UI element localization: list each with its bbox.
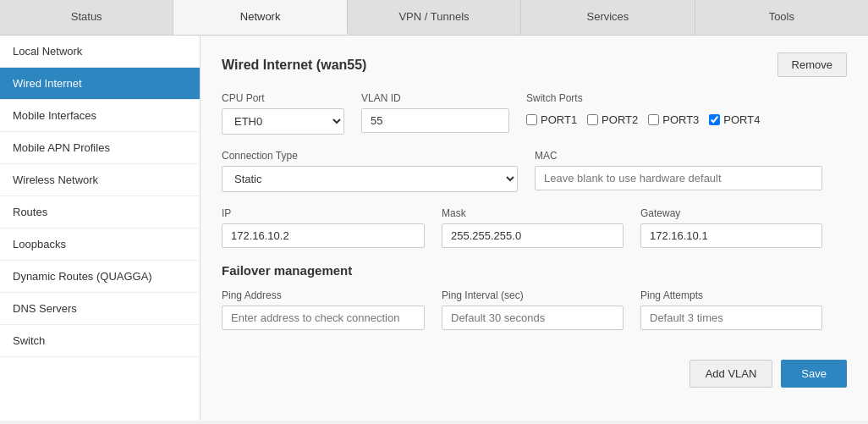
sidebar-item-dynamic-routes[interactable]: Dynamic Routes (QUAGGA) bbox=[0, 261, 200, 293]
ip-label: IP bbox=[222, 207, 425, 219]
row-connection-mac: Connection Type Static DHCP PPPoE MAC bbox=[222, 150, 847, 192]
content-area: Wired Internet (wan55) Remove CPU Port E… bbox=[201, 36, 868, 421]
tab-vpn[interactable]: VPN / Tunnels bbox=[348, 0, 521, 35]
main-layout: Local Network Wired Internet Mobile Inte… bbox=[0, 36, 868, 421]
port2-label: PORT2 bbox=[602, 113, 638, 126]
cpu-port-select[interactable]: ETH0 ETH1 bbox=[222, 108, 344, 135]
mask-input[interactable] bbox=[442, 223, 624, 248]
ping-interval-group: Ping Interval (sec) bbox=[442, 289, 624, 330]
mask-label: Mask bbox=[442, 207, 624, 219]
ping-address-group: Ping Address bbox=[222, 289, 425, 330]
ping-attempts-input[interactable] bbox=[640, 306, 822, 330]
save-button[interactable]: Save bbox=[781, 360, 847, 388]
add-vlan-button[interactable]: Add VLAN bbox=[689, 360, 773, 388]
wired-internet-title: Wired Internet (wan55) bbox=[222, 58, 366, 73]
port4-label: PORT4 bbox=[723, 113, 760, 126]
ping-interval-input[interactable] bbox=[442, 306, 624, 330]
sidebar-item-local-network[interactable]: Local Network bbox=[0, 36, 200, 68]
port2-checkbox[interactable] bbox=[587, 114, 598, 125]
tab-status[interactable]: Status bbox=[0, 0, 173, 35]
sidebar-item-mobile-interfaces[interactable]: Mobile Interfaces bbox=[0, 100, 200, 132]
tab-services[interactable]: Services bbox=[521, 0, 695, 35]
gateway-group: Gateway bbox=[640, 207, 822, 248]
sidebar-item-mobile-apn-profiles[interactable]: Mobile APN Profiles bbox=[0, 132, 200, 164]
ping-interval-label: Ping Interval (sec) bbox=[442, 289, 624, 301]
ip-input[interactable] bbox=[222, 223, 425, 248]
sidebar-item-dns-servers[interactable]: DNS Servers bbox=[0, 293, 200, 325]
switch-ports-label: Switch Ports bbox=[526, 92, 760, 104]
row-ip-mask-gateway: IP Mask Gateway bbox=[222, 207, 847, 248]
ip-group: IP bbox=[222, 207, 425, 248]
ping-attempts-group: Ping Attempts bbox=[640, 289, 822, 330]
ping-address-label: Ping Address bbox=[222, 289, 425, 301]
gateway-input[interactable] bbox=[640, 223, 822, 248]
vlan-id-label: VLAN ID bbox=[361, 92, 509, 104]
port1-item: PORT1 bbox=[526, 113, 577, 126]
top-nav: Status Network VPN / Tunnels Services To… bbox=[0, 0, 868, 36]
mac-label: MAC bbox=[535, 150, 847, 162]
port3-checkbox[interactable] bbox=[648, 114, 659, 125]
vlan-id-group: VLAN ID bbox=[361, 92, 509, 133]
connection-type-group: Connection Type Static DHCP PPPoE bbox=[222, 150, 518, 192]
vlan-id-input[interactable] bbox=[361, 108, 509, 133]
ports-row: PORT1 PORT2 PORT3 PORT4 bbox=[526, 108, 760, 131]
mac-input[interactable] bbox=[535, 166, 822, 190]
port4-checkbox[interactable] bbox=[709, 114, 720, 125]
connection-type-label: Connection Type bbox=[222, 150, 518, 162]
sidebar-item-routes[interactable]: Routes bbox=[0, 196, 200, 229]
sidebar-item-switch[interactable]: Switch bbox=[0, 325, 200, 357]
connection-type-select[interactable]: Static DHCP PPPoE bbox=[222, 166, 518, 192]
port3-label: PORT3 bbox=[662, 113, 699, 126]
port4-item: PORT4 bbox=[709, 113, 760, 126]
row-cpu-vlan-ports: CPU Port ETH0 ETH1 VLAN ID Switch Ports … bbox=[222, 92, 847, 135]
row-ping: Ping Address Ping Interval (sec) Ping At… bbox=[222, 289, 847, 330]
port2-item: PORT2 bbox=[587, 113, 638, 126]
gateway-label: Gateway bbox=[640, 207, 822, 219]
mac-group: MAC bbox=[535, 150, 847, 190]
section-title: Wired Internet (wan55) Remove bbox=[222, 52, 847, 77]
ping-attempts-label: Ping Attempts bbox=[640, 289, 822, 301]
sidebar-item-loopbacks[interactable]: Loopbacks bbox=[0, 229, 200, 261]
ping-address-input[interactable] bbox=[222, 306, 425, 330]
cpu-port-label: CPU Port bbox=[222, 92, 344, 104]
mask-group: Mask bbox=[442, 207, 624, 248]
port3-item: PORT3 bbox=[648, 113, 699, 126]
sidebar-item-wired-internet[interactable]: Wired Internet bbox=[0, 68, 200, 100]
sidebar-item-wireless-network[interactable]: Wireless Network bbox=[0, 164, 200, 196]
remove-button[interactable]: Remove bbox=[777, 52, 847, 77]
failover-title: Failover management bbox=[222, 263, 847, 278]
tab-network[interactable]: Network bbox=[173, 0, 347, 35]
switch-ports-group: Switch Ports PORT1 PORT2 PORT3 bbox=[526, 92, 760, 131]
tab-tools[interactable]: Tools bbox=[695, 0, 868, 35]
port1-label: PORT1 bbox=[541, 113, 577, 126]
sidebar: Local Network Wired Internet Mobile Inte… bbox=[0, 36, 201, 421]
cpu-port-group: CPU Port ETH0 ETH1 bbox=[222, 92, 344, 135]
bottom-buttons: Add VLAN Save bbox=[222, 347, 847, 388]
port1-checkbox[interactable] bbox=[526, 114, 537, 125]
